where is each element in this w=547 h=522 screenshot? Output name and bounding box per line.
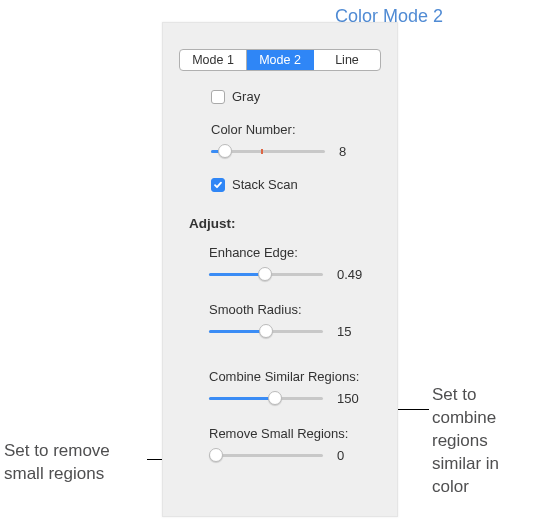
combine-similar-value: 150 <box>337 391 375 406</box>
remove-small-label: Remove Small Regions: <box>209 426 397 441</box>
annotation-combine-similar: Set to combine regions similar in color <box>432 384 537 499</box>
checkbox-box <box>211 178 225 192</box>
combine-similar-slider[interactable] <box>209 390 323 406</box>
annotation-remove-small: Set to remove small regions <box>4 440 149 486</box>
gray-label: Gray <box>232 89 260 104</box>
stack-scan-label: Stack Scan <box>232 177 298 192</box>
smooth-radius-value: 15 <box>337 324 375 339</box>
color-number-slider[interactable] <box>211 143 325 159</box>
combine-similar-label: Combine Similar Regions: <box>209 369 397 384</box>
smooth-radius-slider[interactable] <box>209 323 323 339</box>
adjust-heading: Adjust: <box>171 210 397 231</box>
enhance-edge-slider[interactable] <box>209 266 323 282</box>
checkbox-box <box>211 90 225 104</box>
mode-segmented-control[interactable]: Mode 1 Mode 2 Line <box>179 49 381 71</box>
smooth-radius-label: Smooth Radius: <box>209 302 397 317</box>
remove-small-slider[interactable] <box>209 447 323 463</box>
settings-panel: Mode 1 Mode 2 Line Gray Color Number: 8 <box>162 22 398 517</box>
segment-mode2[interactable]: Mode 2 <box>247 50 314 70</box>
stack-scan-checkbox[interactable]: Stack Scan <box>211 177 397 192</box>
gray-checkbox[interactable]: Gray <box>211 89 397 104</box>
enhance-edge-label: Enhance Edge: <box>209 245 397 260</box>
remove-small-value: 0 <box>337 448 375 463</box>
color-number-label: Color Number: <box>211 122 397 137</box>
segment-line[interactable]: Line <box>314 50 380 70</box>
enhance-edge-value: 0.49 <box>337 267 375 282</box>
segment-mode1[interactable]: Mode 1 <box>180 50 247 70</box>
color-number-value: 8 <box>339 144 377 159</box>
